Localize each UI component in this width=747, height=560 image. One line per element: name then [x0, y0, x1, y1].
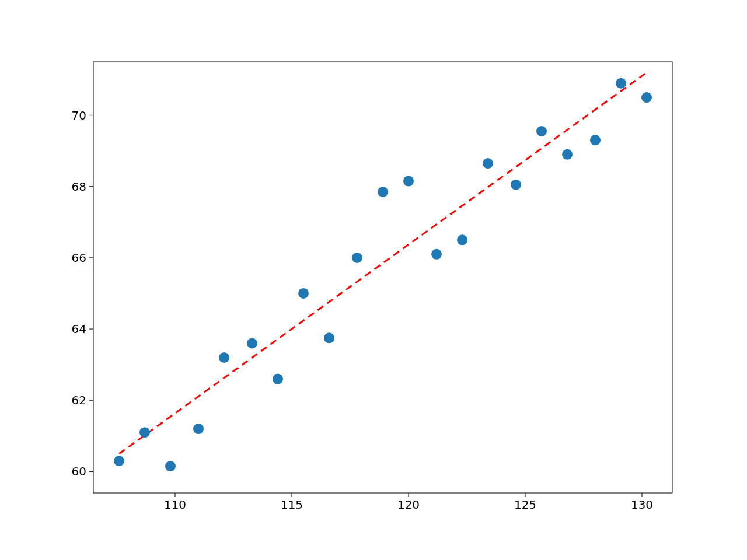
scatter-point: [457, 235, 467, 245]
y-tick-label: 60: [72, 464, 86, 478]
scatter-point: [165, 461, 176, 471]
scatter-point: [641, 92, 652, 103]
x-tick-label: 120: [397, 498, 420, 512]
scatter-point: [378, 187, 388, 197]
y-tick-label: 64: [72, 322, 86, 336]
scatter-point: [193, 424, 204, 434]
scatter-point: [616, 78, 626, 89]
scatter-point: [114, 456, 124, 466]
scatter-point: [273, 374, 283, 384]
y-tick-label: 70: [72, 108, 86, 123]
chart-svg: 110115120125130606264666870: [0, 0, 747, 560]
scatter-point: [352, 253, 362, 263]
scatter-point: [324, 332, 334, 343]
scatter-point: [536, 126, 547, 136]
x-tick-label: 125: [514, 498, 536, 512]
y-tick-label: 62: [72, 393, 86, 407]
scatter-point: [403, 176, 414, 187]
trend-line: [119, 72, 647, 453]
scatter-point: [298, 288, 309, 299]
scatter-point: [219, 352, 229, 363]
scatter-point: [511, 180, 521, 190]
scatter-point: [483, 158, 493, 169]
y-tick-label: 66: [72, 251, 86, 265]
x-tick-label: 130: [631, 498, 653, 512]
x-tick-label: 110: [164, 498, 186, 512]
axes-frame: [93, 62, 672, 493]
scatter-point: [247, 338, 257, 348]
scatter-point: [590, 135, 601, 145]
scatter-point: [562, 149, 573, 160]
y-tick-label: 68: [72, 180, 86, 194]
x-tick-label: 115: [281, 498, 303, 512]
scatter-point: [139, 427, 150, 438]
scatter-point: [431, 249, 442, 260]
chart-container: 110115120125130606264666870: [0, 0, 747, 560]
